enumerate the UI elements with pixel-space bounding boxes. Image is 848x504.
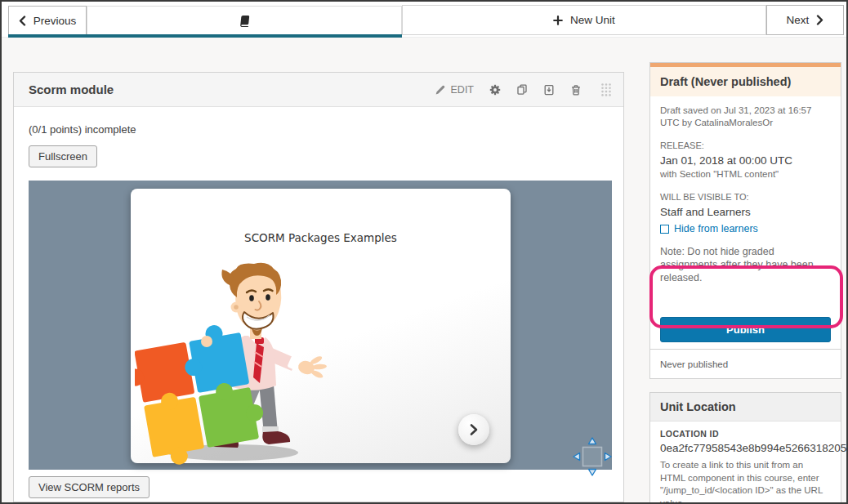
drag-handle-dots-icon: [600, 83, 612, 97]
location-id-label: LOCATION ID: [660, 429, 831, 439]
new-unit-label: New Unit: [570, 14, 615, 26]
unit-tab-current[interactable]: [87, 6, 402, 35]
gear-icon: [489, 84, 501, 96]
chevron-right-icon: [469, 423, 479, 436]
scorm-slide: SCORM Packages Examples: [131, 189, 511, 463]
xblock-body: (0/1 points) incomplete Fullscreen SCORM…: [14, 107, 623, 504]
xblock-actions: EDIT: [435, 83, 612, 97]
publish-history-status: Never published: [660, 359, 728, 369]
new-unit-button[interactable]: New Unit: [402, 5, 766, 35]
publish-panel: Draft (Never published) Draft saved on J…: [649, 62, 841, 373]
visibility-label: WILL BE VISIBLE TO:: [660, 191, 831, 203]
release-date: Jan 01, 2018 at 00:00 UTC: [660, 154, 831, 167]
draft-saved-text: Draft saved on Jul 31, 2023 at 16:57 UTC…: [660, 105, 831, 129]
next-slide-button[interactable]: [458, 414, 489, 445]
hide-from-learners-checkbox[interactable]: Hide from learners: [660, 223, 831, 235]
edit-label: EDIT: [451, 84, 474, 96]
visibility-value: Staff and Learners: [660, 205, 831, 219]
duplicate-button[interactable]: [516, 84, 528, 96]
settings-button[interactable]: [489, 84, 501, 96]
resize-handle[interactable]: [571, 435, 614, 478]
publish-history-panel: Never published: [649, 349, 841, 379]
studio-unit-page: Previous New Unit Next Scorm module: [0, 0, 848, 504]
xblock-card: Scorm module EDIT: [13, 72, 624, 502]
scorm-content-frame: SCORM Packages Examples: [29, 181, 612, 470]
edit-button[interactable]: EDIT: [435, 84, 474, 96]
move-button[interactable]: [543, 84, 555, 96]
xblock-header: Scorm module EDIT: [14, 73, 623, 107]
unit-location-body: LOCATION ID 0ea2fc77958543e8b994e5266318…: [650, 421, 841, 504]
previous-label: Previous: [33, 15, 77, 27]
plus-icon: [553, 16, 563, 25]
publish-button[interactable]: Publish: [660, 317, 831, 342]
chevron-right-icon: [816, 15, 823, 25]
release-section: with Section "HTML content": [660, 168, 831, 181]
location-help-text: To create a link to this unit from an HT…: [660, 459, 831, 504]
book-icon: [239, 15, 251, 27]
trash-icon: [570, 84, 582, 96]
active-tab-underline: [8, 34, 402, 38]
previous-unit-button[interactable]: Previous: [8, 6, 87, 35]
fullscreen-button[interactable]: Fullscreen: [29, 145, 97, 167]
cartoon-man-with-puzzle-illustration: [135, 261, 347, 465]
unit-location-title: Unit Location: [650, 393, 841, 421]
hide-from-learners-label: Hide from learners: [674, 223, 758, 235]
unit-navigation-bar: Previous New Unit Next: [2, 2, 846, 38]
points-status: (0/1 points) incomplete: [29, 123, 609, 136]
pencil-icon: [435, 84, 446, 96]
slide-title: SCORM Packages Examples: [131, 231, 511, 244]
release-label: RELEASE:: [660, 140, 831, 152]
chevron-left-icon: [19, 16, 26, 26]
next-label: Next: [787, 14, 810, 26]
publish-panel-body: Draft saved on Jul 31, 2023 at 16:57 UTC…: [650, 96, 841, 372]
duplicate-icon: [516, 84, 528, 96]
xblock-title: Scorm module: [29, 83, 435, 96]
unit-location-panel: Unit Location LOCATION ID 0ea2fc77958543…: [649, 392, 841, 504]
drag-handle[interactable]: [600, 83, 612, 97]
publish-panel-title: Draft (Never published): [650, 67, 841, 96]
next-unit-button[interactable]: Next: [766, 5, 844, 35]
checkbox-icon: [660, 225, 669, 234]
move-icon: [543, 84, 555, 96]
view-scorm-reports-button[interactable]: View SCORM reports: [29, 476, 150, 498]
graded-note: Note: Do not hide graded assignments aft…: [660, 245, 831, 284]
delete-button[interactable]: [570, 84, 582, 96]
location-id-value: 0ea2fc77958543e8b994e52663182057: [660, 442, 831, 454]
